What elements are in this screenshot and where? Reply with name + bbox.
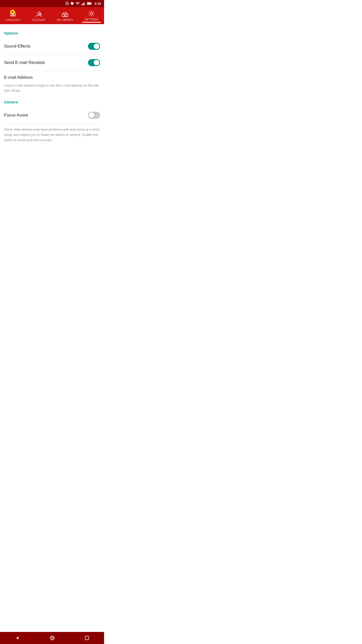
focus-assist-toggle[interactable]: [88, 112, 100, 119]
checkout-badge: 4: [10, 10, 15, 14]
svg-point-21: [90, 13, 93, 15]
email-address-label: E-mail Address: [4, 75, 100, 80]
svg-rect-2: [71, 2, 73, 4]
notification-icon: [70, 2, 74, 5]
account-icon: [35, 11, 42, 18]
focus-assist-track: [88, 112, 100, 119]
status-time: 4:10: [95, 2, 101, 6]
nav-account[interactable]: ACCOUNT: [30, 10, 48, 22]
svg-rect-5: [82, 4, 83, 5]
sound-effects-label: Sound Effects: [4, 44, 31, 49]
svg-rect-6: [83, 3, 84, 5]
status-bar: ⚡ 4:10: [0, 0, 104, 7]
email-receipts-label: Send E-mail Receipts: [4, 60, 45, 65]
svg-rect-7: [84, 2, 85, 5]
focus-assist-hint: Some older devices may have problems wit…: [4, 124, 100, 148]
settings-content: Options Sound Effects Send E-mail Receip…: [0, 25, 104, 153]
sound-effects-thumb: [94, 44, 99, 49]
camera-section: Camera Focus Assist Some older devices m…: [4, 100, 100, 148]
options-section-header: Options: [4, 31, 100, 35]
nav-checkout[interactable]: 4 CHECKOUT: [3, 10, 23, 22]
battery-icon: ⚡: [87, 2, 92, 5]
status-icons: [65, 2, 74, 6]
svg-rect-4: [81, 4, 82, 5]
camera-section-header: Camera: [4, 100, 100, 104]
svg-point-15: [38, 12, 40, 14]
svg-text:⚡: ⚡: [88, 3, 90, 5]
sound-effects-row: Sound Effects: [4, 38, 100, 55]
settings-notification-icon: [65, 2, 69, 6]
email-receipts-thumb: [94, 60, 99, 65]
library-icon: [62, 11, 69, 18]
settings-icon: [88, 10, 95, 17]
top-nav: 4 CHECKOUT ACCOUNT MY LIBRARY: [0, 7, 104, 25]
svg-point-1: [67, 3, 68, 4]
email-receipts-track: [88, 59, 100, 66]
wifi-icon: [75, 2, 80, 5]
nav-settings[interactable]: SETTINGS: [82, 9, 101, 23]
svg-rect-3: [71, 4, 73, 5]
focus-assist-label: Focus Assist: [4, 113, 28, 118]
signal-icon: [81, 2, 85, 5]
email-address-hint: Leave e-mail address empty to use the e-…: [4, 83, 100, 93]
nav-account-label: ACCOUNT: [32, 19, 46, 21]
email-receipts-toggle[interactable]: [88, 59, 100, 66]
svg-rect-9: [91, 3, 92, 4]
nav-my-library[interactable]: MY LIBRARY: [55, 10, 76, 22]
sound-effects-toggle[interactable]: [88, 43, 100, 50]
email-receipts-row: Send E-mail Receipts: [4, 55, 100, 71]
nav-my-library-label: MY LIBRARY: [57, 19, 73, 21]
nav-settings-label: SETTINGS: [85, 18, 98, 21]
focus-assist-row: Focus Assist: [4, 107, 100, 124]
sound-effects-track: [88, 43, 100, 50]
focus-assist-thumb: [89, 112, 94, 118]
nav-checkout-label: CHECKOUT: [6, 19, 21, 21]
email-address-section: E-mail Address Leave e-mail address empt…: [4, 71, 100, 95]
